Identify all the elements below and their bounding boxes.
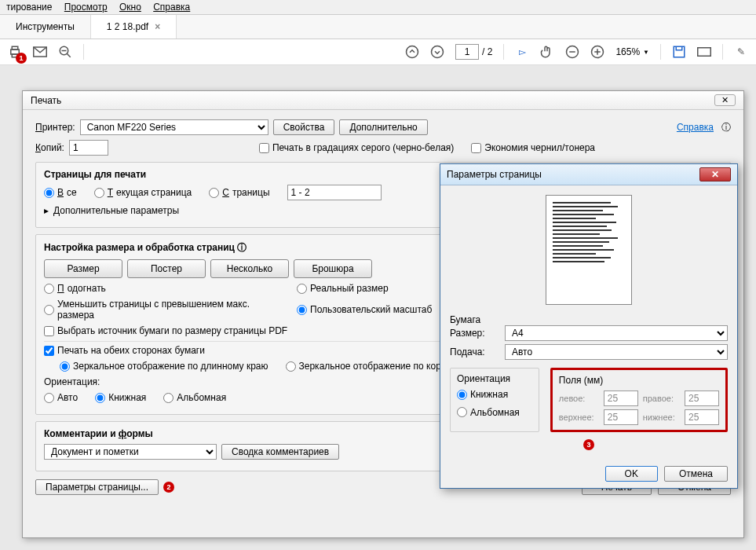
tab-size[interactable]: Размер [44,259,122,278]
comments-select[interactable]: Документ и пометки [44,444,217,460]
badge-3: 3 [583,439,594,450]
pages-range-input[interactable] [287,185,382,200]
svg-point-8 [432,46,444,58]
margin-top-label: верхнее: [559,412,599,422]
separator [660,44,661,60]
radio-orient-auto[interactable]: Авто [44,392,78,403]
paper-feed-label: Подача: [450,346,497,358]
radio-actual[interactable]: Реальный размер [297,283,389,294]
margin-right-input[interactable] [685,390,719,406]
save-icon[interactable] [672,45,686,59]
paper-size-label: Размер: [450,328,497,339]
printer-label: Принтер: [35,122,75,133]
zoom-dropdown[interactable]: 165% ▼ [615,46,649,57]
radio-flip-long[interactable]: Зеркальное отображение по длинному краю [60,361,268,372]
copies-label: Копий: [35,142,64,153]
zoom-plus-icon[interactable] [590,45,604,59]
margin-left-label: левое: [559,394,599,403]
svg-point-7 [407,46,418,58]
setup-cancel-button[interactable]: Отмена [664,466,728,482]
print-dialog-title: Печать [31,95,61,106]
print-dialog-close[interactable]: ✕ [714,94,736,106]
radio-setup-landscape[interactable]: Альбомная [457,407,520,418]
print-icon[interactable]: 1 [8,45,22,59]
print-dialog-titlebar: Печать ✕ [23,91,743,110]
page-counter: / 2 [455,44,492,60]
paper-size-select[interactable]: A4 [505,325,728,341]
menu-view[interactable]: Просмотр [64,2,108,13]
duplex-checkbox[interactable]: Печать на обеих сторонах бумаги [44,345,205,356]
paper-feed-select[interactable]: Авто [505,344,728,360]
margin-bottom-label: нижнее: [643,412,680,422]
menu-edit[interactable]: тирование [6,2,52,13]
svg-line-5 [67,53,71,57]
menubar: тирование Просмотр Окно Справка [0,0,756,15]
toolbar: 1 / 2 ▻ 165% ▼ ✎ [0,39,756,65]
page-preview [546,195,632,305]
tab-poster[interactable]: Постер [127,259,206,278]
ok-button[interactable]: OK [605,466,658,482]
page-setup-titlebar: Параметры страницы ✕ [440,164,737,185]
margins-title: Поля (мм) [559,375,719,386]
tab-tools[interactable]: Инструменты [0,15,91,38]
pointer-icon[interactable]: ▻ [515,45,529,59]
separator [503,44,504,60]
copies-input[interactable] [69,140,108,156]
tab-multiple[interactable]: Несколько [210,259,289,278]
separator [83,44,84,60]
page-setup-dialog: Параметры страницы ✕ Бумага Размер: A4 П… [440,163,738,489]
radio-fit[interactable]: Подогнать [44,283,279,294]
badge-1: 1 [16,53,27,64]
radio-current[interactable]: Текущая страница [94,187,192,198]
zoom-out-icon[interactable] [58,45,72,59]
page-input[interactable] [455,44,479,60]
close-tab-icon[interactable]: × [155,21,160,32]
margin-bottom-input[interactable] [685,409,719,425]
radio-pages[interactable]: Страницы [209,187,269,198]
radio-shrink[interactable]: Уменьшить страницы с превышением макс. р… [44,299,279,321]
document-tabs: Инструменты 1 2 18.pdf × [0,15,756,39]
advanced-button[interactable]: Дополнительно [339,119,427,135]
menu-help[interactable]: Справка [153,2,190,13]
hand-icon[interactable] [540,45,554,59]
radio-orient-landscape[interactable]: Альбомная [163,392,226,403]
svg-rect-1 [12,46,18,50]
menu-window[interactable]: Окно [119,2,141,13]
help-link[interactable]: Справка [677,122,714,133]
page-up-icon[interactable] [405,45,419,59]
keyboard-icon[interactable] [697,45,711,59]
tab-booklet[interactable]: Брошюра [294,259,372,278]
properties-button[interactable]: Свойства [273,119,335,135]
grayscale-checkbox[interactable]: Печать в градациях серого (черно-белая) [259,142,454,153]
zoom-minus-icon[interactable] [565,45,579,59]
radio-all[interactable]: Все [44,187,77,198]
page-setup-close[interactable]: ✕ [699,167,731,182]
edit-icon[interactable]: ✎ [734,45,748,59]
orientation-title: Ориентация [457,373,532,384]
badge-2: 2 [163,482,174,493]
radio-custom[interactable]: Пользовательский масштаб [297,304,432,315]
orientation-group: Ориентация Книжная Альбомная [450,368,539,432]
margins-group: Поля (мм) левое: правое: верхнее: нижнее… [550,368,728,432]
svg-rect-15 [698,48,711,57]
margin-right-label: правое: [643,394,680,403]
economy-checkbox[interactable]: Экономия чернил/тонера [471,142,595,153]
page-down-icon[interactable] [430,45,444,59]
paper-label: Бумага [450,314,728,325]
margin-top-input[interactable] [604,409,638,425]
separator [722,44,723,60]
tab-document[interactable]: 1 2 18.pdf × [91,15,177,38]
svg-rect-14 [674,46,685,57]
paper-source-checkbox[interactable]: Выбрать источник бумаги по размеру стран… [44,325,287,336]
mail-icon[interactable] [33,45,47,59]
radio-setup-portrait[interactable]: Книжная [457,389,508,400]
margin-left-input[interactable] [604,390,638,406]
comments-summary-button[interactable]: Сводка комментариев [221,444,339,460]
radio-orient-portrait[interactable]: Книжная [95,392,146,403]
orientation-label: Ориентация: [44,376,100,387]
paper-group: Бумага Размер: A4 Подача: Авто [450,314,728,360]
page-setup-title: Параметры страницы [447,169,542,180]
printer-select[interactable]: Canon MF220 Series [80,119,268,135]
page-setup-button[interactable]: Параметры страницы... [35,479,159,495]
page-total: / 2 [482,46,492,57]
